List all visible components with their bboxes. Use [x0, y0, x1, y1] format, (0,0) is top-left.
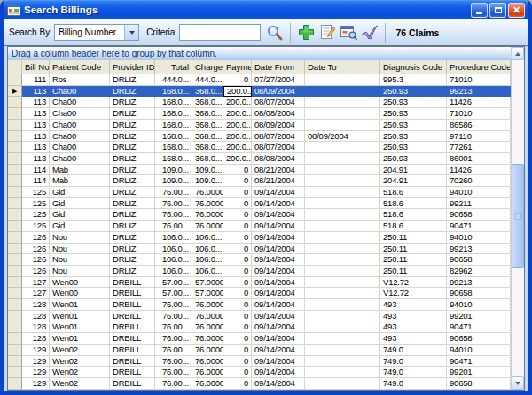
- cell[interactable]: 99211: [447, 198, 511, 210]
- cell[interactable]: 99201: [447, 311, 511, 322]
- cell[interactable]: 109.0...: [192, 175, 223, 187]
- scroll-down-button[interactable]: [512, 376, 524, 390]
- cell[interactable]: 09/14/2004: [252, 198, 305, 210]
- cell[interactable]: 57.0000: [192, 288, 223, 299]
- cell[interactable]: Gid: [50, 198, 110, 210]
- cell[interactable]: 368.0...: [192, 153, 223, 165]
- cell[interactable]: 106.0...: [192, 232, 223, 244]
- table-row[interactable]: 113Cha00DRLIZ168.0...368.0...200.0...08/…: [8, 97, 511, 108]
- cell[interactable]: [305, 244, 380, 255]
- cell[interactable]: 0: [223, 345, 252, 356]
- cell[interactable]: 368.0...: [192, 86, 223, 97]
- table-row[interactable]: 126NouDRLIZ106.0...106.0...009/14/200425…: [8, 254, 511, 266]
- cell[interactable]: 08/07/2004: [252, 142, 305, 153]
- table-row[interactable]: 111RosDRLIZ444.0...444.0...007/27/200499…: [8, 74, 511, 86]
- cell[interactable]: 168.0...: [155, 86, 192, 97]
- cell[interactable]: [305, 86, 380, 97]
- cell[interactable]: 129: [22, 367, 50, 378]
- cell[interactable]: 250.11: [380, 244, 447, 255]
- cell[interactable]: 749.0: [380, 345, 447, 356]
- cell[interactable]: 168.0...: [155, 131, 192, 143]
- cell[interactable]: 07/27/2004: [252, 74, 305, 86]
- cell[interactable]: DRBILL: [110, 288, 155, 299]
- cell[interactable]: 90471: [447, 356, 511, 368]
- cell[interactable]: 250.93: [380, 120, 447, 131]
- table-row[interactable]: 125GidDRLIZ76.00...76.0000009/14/2004518…: [8, 198, 511, 210]
- cell[interactable]: 250.11: [380, 254, 447, 266]
- cell[interactable]: DRLIZ: [110, 232, 155, 244]
- cell[interactable]: 250.93: [380, 108, 447, 120]
- cell[interactable]: [305, 175, 380, 187]
- cell[interactable]: [305, 108, 380, 120]
- cell[interactable]: 0: [223, 288, 252, 299]
- cell[interactable]: 76.0000: [192, 378, 223, 390]
- cell[interactable]: [305, 311, 380, 322]
- cell[interactable]: 250.93: [380, 153, 447, 165]
- cell[interactable]: Wen02: [50, 345, 110, 356]
- cell[interactable]: Cha00: [50, 131, 110, 143]
- cell[interactable]: 126: [22, 232, 50, 244]
- cell[interactable]: 368.0...: [192, 108, 223, 120]
- table-row[interactable]: 126NouDRLIZ106.0...106.0...009/14/200425…: [8, 232, 511, 244]
- cell[interactable]: 0: [223, 277, 252, 289]
- cell[interactable]: 127: [22, 288, 50, 299]
- cell[interactable]: 90658: [447, 209, 511, 221]
- cell[interactable]: DRBILL: [110, 299, 155, 311]
- cell[interactable]: Mab: [50, 175, 110, 187]
- send-claim-button[interactable]: [359, 22, 380, 43]
- cell[interactable]: 168.0...: [155, 153, 192, 165]
- cell[interactable]: DRLIZ: [110, 254, 155, 266]
- cell[interactable]: 94010: [447, 345, 511, 356]
- cell[interactable]: DRLIZ: [110, 131, 155, 143]
- criteria-input[interactable]: [179, 24, 261, 41]
- cell[interactable]: 76.00...: [155, 367, 192, 378]
- cell[interactable]: Ros: [50, 74, 110, 86]
- cell[interactable]: 125: [22, 198, 50, 210]
- table-row[interactable]: 128Wen01DRBILL76.00...76.0000009/14/2004…: [8, 321, 511, 333]
- cell[interactable]: 168.0...: [155, 108, 192, 120]
- cell[interactable]: 109.0...: [155, 175, 192, 187]
- cell[interactable]: 76.0000: [192, 345, 223, 356]
- cell[interactable]: 82962: [447, 266, 511, 277]
- cell[interactable]: DRLIZ: [110, 74, 155, 86]
- table-row[interactable]: 128Wen01DRBILL76.00...76.0000009/14/2004…: [8, 299, 511, 311]
- table-row[interactable]: 129Wen02DRBILL76.00...76.0000009/14/2004…: [8, 356, 511, 368]
- cell[interactable]: 106.0...: [192, 244, 223, 255]
- cell[interactable]: [305, 153, 380, 165]
- cell[interactable]: 0: [223, 244, 252, 255]
- cell[interactable]: 90471: [447, 321, 511, 333]
- cell[interactable]: [305, 142, 380, 153]
- cell[interactable]: [305, 187, 380, 198]
- cell[interactable]: 90471: [447, 221, 511, 232]
- cell[interactable]: 0: [223, 209, 252, 221]
- cell[interactable]: Gid: [50, 209, 110, 221]
- cell[interactable]: 77261: [447, 142, 511, 153]
- cell[interactable]: 76.00...: [155, 378, 192, 390]
- cell[interactable]: 76.00...: [155, 299, 192, 311]
- cell[interactable]: 71010: [447, 108, 511, 120]
- cell[interactable]: Cha00: [50, 86, 110, 97]
- cell[interactable]: [305, 232, 380, 244]
- cell[interactable]: 128: [22, 299, 50, 311]
- table-row[interactable]: 125GidDRLIZ76.00...76.0000009/14/2004518…: [8, 187, 511, 198]
- cell[interactable]: 125: [22, 221, 50, 232]
- cell[interactable]: 129: [22, 356, 50, 368]
- maximize-button[interactable]: [489, 3, 506, 18]
- cell[interactable]: 86001: [447, 153, 511, 165]
- cell[interactable]: 204.91: [380, 165, 447, 176]
- cell[interactable]: 0: [223, 165, 252, 176]
- cell[interactable]: DRBILL: [110, 356, 155, 368]
- view-claim-button[interactable]: [338, 22, 359, 43]
- cell[interactable]: 0: [223, 175, 252, 187]
- cell[interactable]: 518.6: [380, 209, 447, 221]
- cell[interactable]: 76.0000: [192, 311, 223, 322]
- cell[interactable]: 113: [22, 131, 50, 143]
- cell[interactable]: 106.0...: [155, 266, 192, 277]
- cell[interactable]: 76.00...: [155, 198, 192, 210]
- column-header[interactable]: Payme...: [223, 60, 252, 74]
- cell[interactable]: 76.0000: [192, 367, 223, 378]
- cell[interactable]: [305, 165, 380, 176]
- cell[interactable]: 09/14/2004: [252, 345, 305, 356]
- cell[interactable]: 90658: [447, 378, 511, 390]
- cell[interactable]: 76.00...: [155, 311, 192, 322]
